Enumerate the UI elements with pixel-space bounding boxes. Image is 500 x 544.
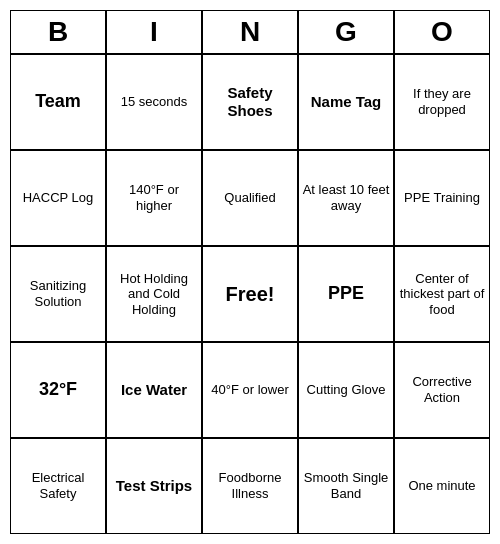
bingo-cell-1-1: 140°F or higher xyxy=(106,150,202,246)
bingo-cell-0-4: If they are dropped xyxy=(394,54,490,150)
bingo-row-1: HACCP Log140°F or higherQualifiedAt leas… xyxy=(10,150,490,246)
bingo-cell-1-4: PPE Training xyxy=(394,150,490,246)
header-letter-b: B xyxy=(10,10,106,54)
bingo-cell-4-0: Electrical Safety xyxy=(10,438,106,534)
bingo-cell-1-0: HACCP Log xyxy=(10,150,106,246)
bingo-cell-3-3: Cutting Glove xyxy=(298,342,394,438)
bingo-cell-3-0: 32°F xyxy=(10,342,106,438)
bingo-card: BINGO Team15 secondsSafety ShoesName Tag… xyxy=(10,10,490,534)
bingo-cell-4-1: Test Strips xyxy=(106,438,202,534)
bingo-cell-0-3: Name Tag xyxy=(298,54,394,150)
bingo-row-3: 32°FIce Water40°F or lowerCutting GloveC… xyxy=(10,342,490,438)
bingo-cell-4-4: One minute xyxy=(394,438,490,534)
bingo-cell-3-1: Ice Water xyxy=(106,342,202,438)
bingo-cell-1-2: Qualified xyxy=(202,150,298,246)
bingo-row-0: Team15 secondsSafety ShoesName TagIf the… xyxy=(10,54,490,150)
header-letter-o: O xyxy=(394,10,490,54)
bingo-grid: Team15 secondsSafety ShoesName TagIf the… xyxy=(10,54,490,534)
bingo-cell-3-4: Corrective Action xyxy=(394,342,490,438)
bingo-cell-2-4: Center of thickest part of food xyxy=(394,246,490,342)
bingo-cell-0-2: Safety Shoes xyxy=(202,54,298,150)
bingo-cell-4-3: Smooth Single Band xyxy=(298,438,394,534)
bingo-cell-3-2: 40°F or lower xyxy=(202,342,298,438)
header-letter-i: I xyxy=(106,10,202,54)
bingo-cell-2-0: Sanitizing Solution xyxy=(10,246,106,342)
bingo-cell-2-1: Hot Holding and Cold Holding xyxy=(106,246,202,342)
bingo-cell-1-3: At least 10 feet away xyxy=(298,150,394,246)
header-letter-n: N xyxy=(202,10,298,54)
bingo-row-2: Sanitizing SolutionHot Holding and Cold … xyxy=(10,246,490,342)
bingo-row-4: Electrical SafetyTest StripsFoodborne Il… xyxy=(10,438,490,534)
bingo-cell-4-2: Foodborne Illness xyxy=(202,438,298,534)
bingo-cell-0-1: 15 seconds xyxy=(106,54,202,150)
header-letter-g: G xyxy=(298,10,394,54)
bingo-cell-2-3: PPE xyxy=(298,246,394,342)
bingo-header: BINGO xyxy=(10,10,490,54)
bingo-cell-0-0: Team xyxy=(10,54,106,150)
bingo-cell-2-2: Free! xyxy=(202,246,298,342)
